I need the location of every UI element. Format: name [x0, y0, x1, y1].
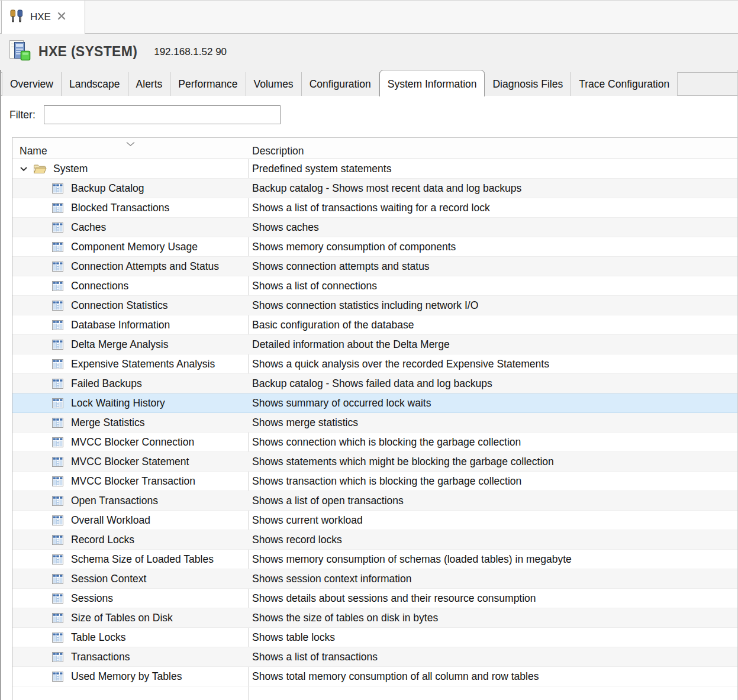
tab-volumes[interactable]: Volumes: [246, 72, 302, 96]
tree-name-cell: Size of Tables on Disk: [12, 608, 249, 628]
tree-row-merge-statistics[interactable]: Merge Statistics Shows merge statistics: [12, 413, 737, 433]
tree-node-description: Basic configuration of the database: [249, 319, 737, 331]
tree-row-blocked-transactions[interactable]: Blocked Transactions Shows a list of tra…: [12, 198, 737, 218]
tree-row-failed-backups[interactable]: Failed Backups Backup catalog - Shows fa…: [12, 374, 737, 393]
editor-tab-label: HXE: [30, 11, 51, 23]
table-icon: [51, 593, 65, 604]
tree-node-description: Detailed information about the Delta Mer…: [249, 338, 737, 351]
sort-indicator-icon: [125, 138, 136, 149]
tree-row-component-memory-usage[interactable]: Component Memory Usage Shows memory cons…: [12, 237, 737, 257]
tree-node-description: Shows a list of transactions waiting for…: [249, 202, 737, 214]
folder-open-icon: [33, 164, 47, 175]
tree-node-description: Shows connection attempts and status: [249, 260, 737, 273]
tree-row-mvcc-blocker-statement[interactable]: MVCC Blocker Statement Shows statements …: [12, 452, 737, 472]
tab-bar: Overview Landscape Alerts Performance Vo…: [1, 70, 737, 96]
tab-configuration[interactable]: Configuration: [302, 72, 379, 96]
tree-node-label: Caches: [71, 221, 106, 234]
table-icon: [51, 280, 65, 292]
tree-row-mvcc-blocker-transaction[interactable]: MVCC Blocker Transaction Shows transacti…: [12, 472, 737, 491]
tree-node-label: Overall Workload: [71, 514, 150, 527]
table-icon: [51, 320, 65, 331]
tree-node-label: Component Memory Usage: [71, 241, 198, 253]
tab-overview[interactable]: Overview: [2, 72, 62, 96]
tree-node-label: Merge Statistics: [71, 417, 144, 429]
tree-node-label: Size of Tables on Disk: [71, 612, 173, 624]
tree-row-connection-attempts-and-status[interactable]: Connection Attempts and Status Shows con…: [12, 257, 737, 276]
tree-row-used-memory-by-tables[interactable]: Used Memory by Tables Shows total memory…: [12, 667, 737, 686]
tree-node-description: Shows session context information: [249, 573, 737, 585]
tree-row-lock-waiting-history[interactable]: Lock Waiting History Shows summary of oc…: [12, 393, 737, 413]
tree-node-description: Shows the size of tables on disk in byte…: [249, 612, 737, 624]
tab-performance[interactable]: Performance: [170, 72, 246, 96]
tree-node-description: Shows record locks: [249, 534, 737, 546]
tree-node-description: Shows caches: [249, 221, 737, 234]
tree-row-connection-statistics[interactable]: Connection Statistics Shows connection s…: [12, 296, 737, 315]
tree-name-cell: Record Locks: [12, 530, 249, 550]
tree-row-record-locks[interactable]: Record Locks Shows record locks: [12, 530, 737, 550]
tab-label: Trace Configuration: [579, 78, 669, 91]
tree-name-cell: Sessions: [12, 589, 249, 608]
tab-landscape[interactable]: Landscape: [62, 72, 128, 96]
table-icon: [51, 261, 65, 272]
tree-row-caches[interactable]: Caches Shows caches: [12, 218, 737, 237]
tab-label: System Information: [388, 78, 477, 91]
tree-row-system[interactable]: System Predefined system statements: [12, 159, 737, 179]
table-icon: [51, 202, 65, 214]
editor-tab-strip: HXE: [0, 0, 738, 34]
tree-row-connections[interactable]: Connections Shows a list of connections: [12, 276, 737, 296]
table-icon: [51, 339, 65, 350]
tree-row-schema-size-of-loaded-tables[interactable]: Schema Size of Loaded Tables Shows memor…: [12, 550, 737, 569]
table-icon: [51, 515, 65, 526]
tree-row-sessions[interactable]: Sessions Shows details about sessions an…: [12, 589, 737, 608]
tab-system-information[interactable]: System Information: [379, 70, 485, 96]
column-header-description[interactable]: Description: [249, 138, 737, 159]
tree-node-label: Failed Backups: [71, 378, 142, 390]
database-system-icon: [8, 39, 32, 65]
tab-diagnosis-files[interactable]: Diagnosis Files: [485, 72, 571, 96]
tree-node-description: Shows memory consumption of components: [249, 241, 737, 253]
tree-name-cell: Table Locks: [12, 628, 249, 647]
tree-row-overall-workload[interactable]: Overall Workload Shows current workload: [12, 511, 737, 530]
system-information-table: Name Description: [12, 137, 737, 700]
table-icon: [51, 398, 65, 409]
tree-row-open-transactions[interactable]: Open Transactions Shows a list of open t…: [12, 491, 737, 511]
tree-row-expensive-statements-analysis[interactable]: Expensive Statements Analysis Shows a qu…: [12, 354, 737, 374]
tree-row-delta-merge-analysis[interactable]: Delta Merge Analysis Detailed informatio…: [12, 335, 737, 354]
tree-row-mvcc-blocker-connection[interactable]: MVCC Blocker Connection Shows connection…: [12, 433, 737, 452]
tree-name-cell: Overall Workload: [12, 511, 249, 530]
tree-row-transactions[interactable]: Transactions Shows a list of transaction…: [12, 647, 737, 667]
tree-node-description: Shows memory consumption of schemas (loa…: [249, 553, 737, 566]
tree-name-cell: Component Memory Usage: [12, 237, 249, 257]
tab-label: Overview: [10, 78, 53, 91]
tree-name-cell: Lock Waiting History: [12, 393, 249, 413]
tree-node-label: Schema Size of Loaded Tables: [71, 553, 214, 566]
tree-node-label: MVCC Blocker Connection: [71, 436, 194, 449]
tree-row-table-locks[interactable]: Table Locks Shows table locks: [12, 628, 737, 647]
table-icon: [51, 651, 65, 663]
tree-row-size-of-tables-on-disk[interactable]: Size of Tables on Disk Shows the size of…: [12, 608, 737, 628]
tree-node-description: Shows total memory consumption of all co…: [249, 670, 737, 683]
tab-trace-configuration[interactable]: Trace Configuration: [571, 72, 678, 96]
tree-name-cell: Schema Size of Loaded Tables: [12, 550, 249, 569]
tree-name-cell: Used Memory by Tables: [12, 667, 249, 686]
tree-row-session-context[interactable]: Session Context Shows session context in…: [12, 569, 737, 589]
tree-node-description: Shows connection statistics including ne…: [249, 299, 737, 312]
editor-body: Overview Landscape Alerts Performance Vo…: [0, 70, 738, 700]
chevron-down-icon[interactable]: [20, 166, 28, 172]
table-icon: [51, 495, 65, 507]
tree-row-backup-catalog[interactable]: Backup Catalog Backup catalog - Shows mo…: [12, 179, 737, 198]
filter-input[interactable]: [44, 105, 281, 124]
table-icon: [51, 456, 65, 467]
editor-tab-hxe[interactable]: HXE: [1, 1, 85, 34]
tree-name-cell: Connections: [12, 276, 249, 296]
table-icon: [51, 671, 65, 682]
tree-node-description: Shows connection which is blocking the g…: [249, 436, 737, 449]
table-icon: [51, 417, 65, 428]
tree-name-cell: Connection Attempts and Status: [12, 257, 249, 276]
tree-name-cell: Session Context: [12, 569, 249, 589]
close-icon[interactable]: [57, 11, 66, 23]
tree-node-label: Database Information: [71, 319, 170, 331]
tree-node-label: Connection Statistics: [71, 299, 167, 312]
tab-alerts[interactable]: Alerts: [128, 72, 171, 96]
tree-row-database-information[interactable]: Database Information Basic configuration…: [12, 315, 737, 335]
